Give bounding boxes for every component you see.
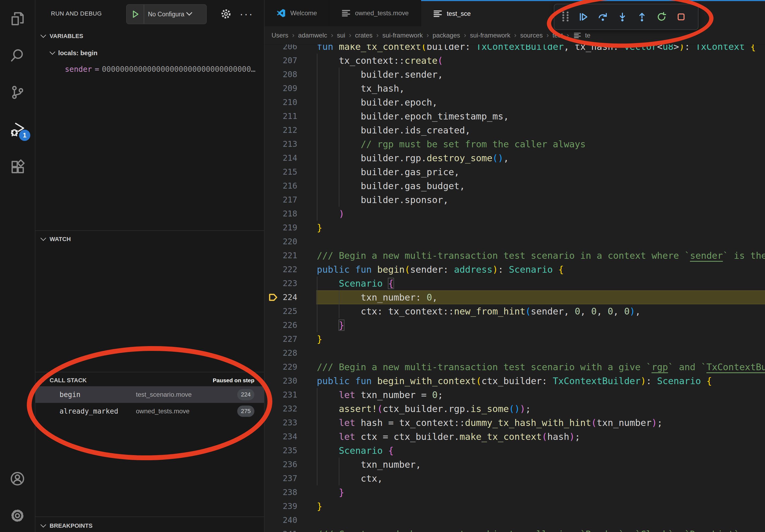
- line-number[interactable]: 228: [265, 346, 297, 360]
- breadcrumb-item[interactable]: test: [552, 32, 563, 39]
- code-line[interactable]: 232 assert!(ctx_builder.rgp.is_some());: [265, 402, 765, 416]
- line-number[interactable]: 239: [265, 499, 297, 513]
- variables-scope-row[interactable]: locals: begin: [35, 46, 264, 60]
- watch-section-header[interactable]: WATCH: [35, 232, 264, 246]
- line-number[interactable]: 241: [265, 527, 297, 532]
- account-icon[interactable]: [9, 470, 26, 487]
- debug-gear-icon[interactable]: [219, 7, 233, 21]
- call-stack-frame[interactable]: begin test_scenario.move 224: [35, 386, 264, 403]
- code-line[interactable]: 240: [265, 513, 765, 527]
- code-line[interactable]: 206fun make_tx_context(builder: TxContex…: [265, 44, 765, 54]
- code-line[interactable]: 217 builder.sponsor,: [265, 193, 765, 207]
- line-number[interactable]: 234: [265, 430, 297, 443]
- code-line[interactable]: 228: [265, 346, 765, 360]
- line-number[interactable]: 206: [265, 44, 297, 54]
- line-number[interactable]: 214: [265, 151, 297, 165]
- breadcrumb-item[interactable]: adamwelc: [298, 32, 327, 39]
- line-number[interactable]: 208: [265, 68, 297, 82]
- code-line-current[interactable]: 224 txn_number: 0,: [265, 290, 765, 304]
- code-line[interactable]: 234 let ctx = ctx_builder.make_tx_contex…: [265, 430, 765, 443]
- step-out-button[interactable]: [637, 12, 647, 22]
- line-number[interactable]: 211: [265, 109, 297, 123]
- code-line[interactable]: 230public fun begin_with_context(ctx_bui…: [265, 374, 765, 388]
- drag-handle[interactable]: [562, 12, 569, 22]
- breakpoints-section-header[interactable]: BREAKPOINTS: [35, 519, 264, 532]
- line-number[interactable]: 217: [265, 193, 297, 207]
- breadcrumb-item[interactable]: sui-framework: [382, 32, 423, 39]
- line-number[interactable]: 222: [265, 263, 297, 276]
- line-number[interactable]: 224: [265, 290, 297, 304]
- code-line[interactable]: 207 tx_context::create(: [265, 54, 765, 68]
- breadcrumb-item[interactable]: crates: [355, 32, 372, 39]
- code-line[interactable]: 233 let hash = tx_context::dummy_tx_hash…: [265, 416, 765, 430]
- line-number[interactable]: 218: [265, 207, 297, 221]
- line-number[interactable]: 219: [265, 221, 297, 235]
- line-number[interactable]: 225: [265, 304, 297, 318]
- line-number[interactable]: 236: [265, 457, 297, 471]
- more-actions-icon[interactable]: ···: [240, 7, 254, 21]
- code-line[interactable]: 237 ctx,: [265, 471, 765, 485]
- code-line[interactable]: 215 builder.gas_price,: [265, 165, 765, 179]
- step-over-button[interactable]: [598, 12, 608, 22]
- code-line[interactable]: 221/// Begin a new multi-transaction tes…: [265, 249, 765, 263]
- line-number[interactable]: 230: [265, 374, 297, 388]
- line-number[interactable]: 213: [265, 137, 297, 151]
- line-number[interactable]: 232: [265, 402, 297, 416]
- line-number[interactable]: 233: [265, 416, 297, 430]
- code-line[interactable]: 213 // rgp must be set from the caller a…: [265, 137, 765, 151]
- run-and-debug-icon[interactable]: 1: [9, 121, 26, 138]
- line-number[interactable]: 216: [265, 179, 297, 193]
- continue-button[interactable]: [578, 12, 588, 22]
- line-number[interactable]: 231: [265, 388, 297, 402]
- explorer-icon[interactable]: [9, 10, 26, 27]
- stop-button[interactable]: [676, 12, 686, 22]
- code-line[interactable]: 214 builder.rgp.destroy_some(),: [265, 151, 765, 165]
- code-line[interactable]: 241/// Creates and shares system objects…: [265, 527, 765, 532]
- code-line[interactable]: 219}: [265, 221, 765, 235]
- code-line[interactable]: 238 }: [265, 485, 765, 499]
- variable-row[interactable]: sender = 0000000000000000000000000000000…: [65, 62, 263, 76]
- code-line[interactable]: 236 txn_number,: [265, 457, 765, 471]
- code-line[interactable]: 220: [265, 235, 765, 249]
- line-number[interactable]: 223: [265, 276, 297, 290]
- code-line[interactable]: 225 ctx: tx_context::new_from_hint(sende…: [265, 304, 765, 318]
- step-into-button[interactable]: [617, 12, 627, 22]
- tab-welcome[interactable]: Welcome: [265, 0, 330, 26]
- breadcrumb-item[interactable]: sources: [520, 32, 543, 39]
- line-number[interactable]: 212: [265, 123, 297, 137]
- code-line[interactable]: 211 builder.epoch_timestamp_ms,: [265, 109, 765, 123]
- code-line[interactable]: 208 builder.sender,: [265, 68, 765, 82]
- line-number[interactable]: 227: [265, 332, 297, 346]
- code-line[interactable]: 209 tx_hash,: [265, 82, 765, 95]
- code-line[interactable]: 227}: [265, 332, 765, 346]
- line-number[interactable]: 221: [265, 249, 297, 263]
- call-stack-frame[interactable]: already_marked owned_tests.move 275: [35, 403, 264, 419]
- code-line[interactable]: 222public fun begin(sender: address): Sc…: [265, 263, 765, 276]
- code-line[interactable]: 226 }: [265, 318, 765, 332]
- extensions-icon[interactable]: [9, 158, 26, 176]
- tab-owned-tests[interactable]: owned_tests.move: [330, 0, 421, 26]
- settings-gear-icon[interactable]: [9, 507, 26, 524]
- code-line[interactable]: 218 ): [265, 207, 765, 221]
- code-line[interactable]: 231 let txn_number = 0;: [265, 388, 765, 402]
- debug-config-dropdown[interactable]: No Configura: [126, 4, 207, 24]
- variables-section-header[interactable]: VARIABLES: [35, 30, 264, 43]
- code-line[interactable]: 210 builder.epoch,: [265, 95, 765, 109]
- breadcrumb-item[interactable]: packages: [432, 32, 460, 39]
- line-number[interactable]: 210: [265, 95, 297, 109]
- line-number[interactable]: 229: [265, 360, 297, 374]
- code-line[interactable]: 235 Scenario {: [265, 443, 765, 457]
- line-number[interactable]: 226: [265, 318, 297, 332]
- breadcrumb-item[interactable]: Users: [272, 32, 289, 39]
- line-number[interactable]: 209: [265, 82, 297, 95]
- code-line[interactable]: 229/// Begin a new multi-transaction tes…: [265, 360, 765, 374]
- code-line[interactable]: 212 builder.ids_created,: [265, 123, 765, 137]
- search-icon[interactable]: [9, 47, 26, 64]
- restart-button[interactable]: [656, 12, 667, 22]
- line-number[interactable]: 240: [265, 513, 297, 527]
- code-line[interactable]: 239}: [265, 499, 765, 513]
- code-line[interactable]: 216 builder.gas_budget,: [265, 179, 765, 193]
- line-number[interactable]: 238: [265, 485, 297, 499]
- breadcrumb-item[interactable]: sui: [337, 32, 345, 39]
- code-area[interactable]: 206fun make_tx_context(builder: TxContex…: [265, 44, 765, 532]
